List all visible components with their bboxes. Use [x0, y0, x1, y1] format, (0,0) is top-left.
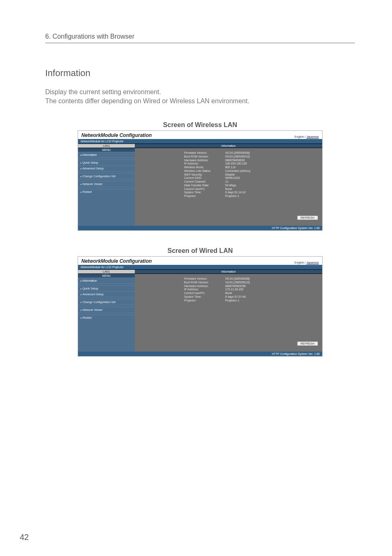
info-row: Firmware Version:V0.34 (2005/06/08) — [184, 151, 322, 155]
sidebar-item-information[interactable]: Information — [78, 152, 135, 158]
sidebar-item-quick-setup[interactable]: Quick Setup — [78, 285, 135, 291]
sidebar-item-network-viewer[interactable]: Network Viewer — [78, 181, 135, 187]
info-value: Disable — [225, 173, 235, 177]
info-header: Information — [135, 269, 322, 274]
sidebar-item-quick-setup[interactable]: Quick Setup — [78, 160, 135, 165]
page-number: 42 — [20, 533, 29, 542]
info-value: V0.03 (2005/05/10) — [225, 155, 250, 159]
sidebar-item-restart[interactable]: Restart — [78, 315, 135, 320]
lang-japanese[interactable]: Japanese — [307, 135, 319, 138]
caption-wireless: Screen of Wireless LAN — [45, 121, 355, 129]
sidebar-item-change-config[interactable]: Change Configuration Set — [78, 299, 135, 305]
lang-english[interactable]: English — [295, 261, 304, 264]
info-row: Firmware Version:V0.34 (2005/06/08) — [184, 277, 322, 281]
info-row: Current UserPC:None — [184, 188, 322, 191]
language-switch: English / Japanese — [295, 135, 319, 138]
breadcrumb: 6. Configurations with Browser — [45, 33, 355, 43]
info-key: Wireless Mode: — [184, 166, 225, 169]
info-row: IP Address:172.21.96.202 — [184, 288, 322, 292]
shot-footer: HTTP Configuration System Ver. 1.00 — [78, 226, 322, 230]
body-line-2: The contents differ depending on Wired o… — [45, 97, 355, 105]
info-value: Projector-1 — [225, 195, 239, 198]
info-value: V0.03 (2005/05/10) — [225, 281, 250, 285]
info-row: Boot ROM Version:V0.03 (2005/05/10) — [184, 155, 322, 159]
info-key: Hardware Address: — [184, 159, 225, 162]
shot-title: NetworkModule Configuration — [81, 132, 152, 138]
info-row: WEP Security:Disable — [184, 173, 322, 177]
info-key: Firmware Version: — [184, 151, 225, 155]
info-value: 0 days 01:14:12 — [225, 191, 246, 195]
lan-tab[interactable]: LAN1 — [78, 269, 135, 274]
sidebar: LAN1 MENU Information Quick Setup Advanc… — [78, 144, 135, 226]
info-row: Wireless Link Status:Connected (AdHoc) — [184, 169, 322, 173]
info-key: IP Address: — [184, 162, 225, 166]
info-key: Projector: — [184, 299, 225, 303]
lan-tab[interactable]: LAN1 — [78, 144, 135, 148]
refresh-button[interactable]: REFRESH — [297, 215, 318, 220]
shot-footer: HTTP Configuration System Ver. 1.00 — [78, 352, 322, 356]
info-header: Information — [135, 144, 322, 148]
info-key: Current UserPC: — [184, 292, 225, 295]
shot-title: NetworkModule Configuration — [81, 258, 152, 264]
info-key: Current UserPC: — [184, 188, 225, 191]
info-row: Boot ROM Version:V0.03 (2005/05/10) — [184, 281, 322, 285]
sidebar-item-change-config[interactable]: Change Configuration Set — [78, 173, 135, 179]
sidebar-item-advanced-setup[interactable]: Advanced Setup — [78, 165, 135, 171]
info-row: Wireless Mode:802.11b — [184, 166, 322, 169]
lang-english[interactable]: English — [295, 135, 304, 138]
info-value: 802.11b — [225, 166, 235, 169]
info-key: IP Address: — [184, 288, 225, 292]
sidebar-item-advanced-setup[interactable]: Advanced Setup — [78, 291, 135, 297]
info-row: Current Channel:11 — [184, 180, 322, 184]
screenshot-wired: NetworkModule Configuration English / Ja… — [78, 256, 323, 357]
refresh-button[interactable]: REFRESH — [297, 341, 318, 346]
info-key: Hardware Address: — [184, 285, 225, 288]
info-key: Boot ROM Version: — [184, 155, 225, 159]
info-row: Current SSID:WIRELESS — [184, 176, 322, 180]
sub-header: NetworkModule for LCD Projector — [78, 265, 322, 269]
info-value: 54 Mbps — [225, 184, 236, 188]
info-row: System Time:0 days 01:14:12 — [184, 191, 322, 195]
body-line-1: Display the current setting environment. — [45, 88, 355, 96]
info-row: System Time:0 days 07:37:48 — [184, 295, 322, 299]
info-key: Projector: — [184, 195, 225, 198]
info-table-wired: Firmware Version:V0.34 (2005/06/08)Boot … — [135, 274, 322, 340]
screenshot-wireless: NetworkModule Configuration English / Ja… — [78, 130, 323, 231]
sidebar-item-information[interactable]: Information — [78, 278, 135, 283]
info-row: Hardware Address:08007B459930 — [184, 159, 322, 162]
info-key: Current Channel: — [184, 180, 225, 184]
info-value: Projector-1 — [225, 299, 239, 303]
sidebar-item-restart[interactable]: Restart — [78, 189, 135, 195]
info-key: Data Transfer Rate: — [184, 184, 225, 188]
info-value: None — [225, 188, 232, 191]
info-value: 0 days 07:37:48 — [225, 295, 246, 299]
info-value: 08007B459930 — [225, 159, 245, 162]
info-value: V0.34 (2005/06/08) — [225, 277, 250, 281]
caption-wired: Screen of Wired LAN — [45, 247, 355, 255]
language-switch: English / Japanese — [295, 261, 319, 264]
info-value: 169.254.100.100 — [225, 162, 247, 166]
info-key: System Time: — [184, 295, 225, 299]
info-key: System Time: — [184, 191, 225, 195]
info-key: Wireless Link Status: — [184, 169, 225, 173]
info-key: WEP Security: — [184, 173, 225, 177]
info-value: WIRELESS — [225, 176, 240, 180]
info-row: Projector:Projector-1 — [184, 299, 322, 303]
info-key: Boot ROM Version: — [184, 281, 225, 285]
lang-japanese[interactable]: Japanese — [307, 261, 319, 264]
section-heading: Information — [45, 68, 355, 79]
info-value: 08007B95EE5B — [225, 285, 246, 288]
info-value: V0.34 (2005/06/08) — [225, 151, 250, 155]
info-value: 172.21.96.202 — [225, 288, 244, 292]
info-row: Hardware Address:08007B95EE5B — [184, 285, 322, 288]
menu-header: MENU — [78, 274, 135, 278]
sidebar: LAN1 MENU Information Quick Setup Advanc… — [78, 269, 135, 352]
info-row: Projector:Projector-1 — [184, 195, 322, 198]
info-row: Current UserPC:None — [184, 292, 322, 295]
menu-header: MENU — [78, 148, 135, 152]
sidebar-item-network-viewer[interactable]: Network Viewer — [78, 307, 135, 313]
info-row: IP Address:169.254.100.100 — [184, 162, 322, 166]
sub-header: NetworkModule for LCD Projector — [78, 139, 322, 144]
info-table-wireless: Firmware Version:V0.34 (2005/06/08)Boot … — [135, 148, 322, 214]
info-value: Connected (AdHoc) — [225, 169, 250, 173]
